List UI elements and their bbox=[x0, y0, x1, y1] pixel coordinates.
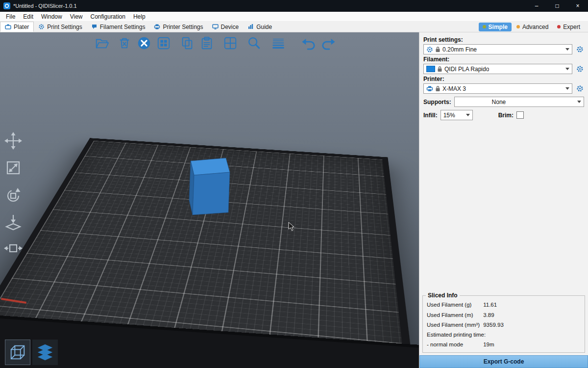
rotate-tool-button[interactable] bbox=[3, 184, 24, 205]
lock-icon bbox=[435, 46, 441, 53]
si-value: 19m bbox=[483, 342, 494, 347]
app-window: *Untitled - QIDISlicer-1.0.1 – □ × File … bbox=[0, 0, 588, 368]
split-icon bbox=[223, 36, 238, 51]
delete-all-icon bbox=[137, 36, 151, 51]
menu-edit[interactable]: Edit bbox=[19, 13, 37, 21]
guide-icon bbox=[247, 24, 254, 30]
sliced-preview-icon bbox=[36, 343, 54, 362]
close-button[interactable]: × bbox=[567, 0, 588, 12]
infill-combo[interactable]: 15% bbox=[441, 110, 473, 120]
printer-value: X-MAX 3 bbox=[442, 85, 466, 92]
copy-button[interactable] bbox=[178, 34, 196, 52]
mode-label: Expert bbox=[563, 24, 580, 30]
filament-icon bbox=[91, 24, 98, 30]
app-logo-icon bbox=[3, 2, 10, 9]
chevron-down-icon bbox=[577, 101, 581, 103]
paste-button[interactable] bbox=[198, 34, 216, 52]
place-on-face-tool-button[interactable] bbox=[3, 211, 24, 232]
menu-configuration[interactable]: Configuration bbox=[87, 13, 129, 21]
tab-device[interactable]: Device bbox=[208, 22, 244, 32]
mode-advanced[interactable]: Advanced bbox=[513, 23, 552, 31]
maximize-button[interactable]: □ bbox=[547, 0, 567, 12]
preview-view-button[interactable] bbox=[32, 340, 58, 365]
scale-tool-button[interactable] bbox=[3, 158, 24, 178]
search-button[interactable] bbox=[245, 34, 263, 52]
mode-simple[interactable]: Simple bbox=[479, 23, 512, 31]
sidebar: Print settings: 0.20mm Fine bbox=[419, 32, 588, 368]
supports-label: Supports: bbox=[423, 99, 451, 105]
redo-button[interactable] bbox=[319, 34, 337, 52]
print-settings-combo[interactable]: 0.20mm Fine bbox=[423, 44, 572, 54]
sliced-info-row: Used Filament (g) 11.61 bbox=[427, 300, 581, 310]
mode-expert[interactable]: Expert bbox=[553, 23, 584, 31]
printer-icon bbox=[426, 85, 433, 92]
scale-icon bbox=[3, 158, 23, 178]
tab-label: Print Settings bbox=[47, 24, 82, 30]
sliced-info-panel: Sliced Info Used Filament (g) 11.61 Used… bbox=[422, 295, 585, 353]
print-settings-value: 0.20mm Fine bbox=[442, 46, 477, 53]
tab-guide[interactable]: Guide bbox=[243, 22, 276, 32]
tab-printer-settings[interactable]: Printer Settings bbox=[149, 22, 207, 32]
menu-file[interactable]: File bbox=[2, 13, 19, 21]
arrange-button[interactable] bbox=[155, 34, 172, 52]
tab-filament-settings[interactable]: Filament Settings bbox=[87, 22, 150, 32]
chevron-down-icon bbox=[466, 114, 470, 116]
titlebar: *Untitled - QIDISlicer-1.0.1 – □ × bbox=[0, 0, 588, 12]
undo-button[interactable] bbox=[300, 34, 318, 52]
sliced-info-row: - normal mode 19m bbox=[427, 340, 581, 349]
mode-label: Simple bbox=[489, 24, 508, 30]
rotate-icon bbox=[3, 185, 23, 205]
si-label: Estimated printing time: bbox=[427, 330, 486, 340]
tab-print-settings[interactable]: Print Settings bbox=[34, 22, 86, 32]
infill-value: 15% bbox=[443, 112, 455, 119]
print-settings-gear-button[interactable] bbox=[575, 45, 584, 54]
measure-tool-button[interactable] bbox=[3, 238, 24, 259]
printer-combo[interactable]: X-MAX 3 bbox=[423, 83, 572, 94]
filament-label: Filament: bbox=[423, 56, 584, 63]
plater-icon bbox=[5, 24, 11, 30]
arrange-icon bbox=[156, 36, 171, 51]
tabbar: Plater Print Settings Filament Settings … bbox=[0, 22, 588, 32]
gear-icon bbox=[426, 46, 433, 53]
si-label: Used Filament (m) bbox=[427, 310, 482, 320]
filament-value: QIDI PLA Rapido bbox=[444, 66, 489, 73]
brim-checkbox[interactable] bbox=[516, 111, 524, 119]
3d-viewport[interactable] bbox=[0, 32, 419, 368]
delete-all-button[interactable] bbox=[135, 34, 153, 52]
sliced-info-title: Sliced Info bbox=[426, 292, 460, 299]
si-value: 9359.93 bbox=[483, 322, 504, 328]
menu-window[interactable]: Window bbox=[37, 13, 66, 21]
delete-button[interactable] bbox=[116, 34, 133, 52]
si-label: Used Filament (mm³) bbox=[427, 320, 482, 330]
menubar: File Edit Window View Configuration Help bbox=[0, 12, 588, 22]
export-gcode-button[interactable]: Export G-code bbox=[419, 355, 588, 368]
filament-combo[interactable]: QIDI PLA Rapido bbox=[423, 64, 572, 74]
chevron-down-icon bbox=[565, 48, 569, 51]
chevron-down-icon bbox=[565, 68, 569, 70]
simple-mode-dot bbox=[483, 25, 486, 28]
printer-icon bbox=[154, 24, 160, 30]
undo-icon bbox=[301, 36, 316, 51]
move-tool-button[interactable] bbox=[3, 131, 24, 151]
split-objects-button[interactable] bbox=[221, 34, 239, 52]
open-button[interactable] bbox=[93, 34, 111, 52]
infill-label: Infill: bbox=[423, 112, 438, 119]
menu-view[interactable]: View bbox=[66, 13, 87, 21]
window-title: *Untitled - QIDISlicer-1.0.1 bbox=[13, 3, 77, 9]
filament-gear-button[interactable] bbox=[575, 65, 584, 74]
gear-icon bbox=[576, 65, 584, 73]
menu-help[interactable]: Help bbox=[129, 13, 149, 21]
open-folder-icon bbox=[95, 36, 109, 51]
device-icon bbox=[212, 24, 219, 30]
printer-label: Printer: bbox=[423, 76, 584, 82]
minimize-button[interactable]: – bbox=[526, 0, 547, 12]
variable-layer-height-button[interactable] bbox=[270, 34, 287, 52]
model-cube[interactable] bbox=[0, 32, 419, 368]
search-icon bbox=[246, 36, 261, 51]
tab-label: Filament Settings bbox=[100, 24, 146, 30]
tab-plater[interactable]: Plater bbox=[0, 22, 34, 32]
3d-editor-icon bbox=[8, 343, 27, 362]
supports-combo[interactable]: None bbox=[454, 97, 584, 107]
printer-gear-button[interactable] bbox=[575, 84, 584, 93]
editor-view-button[interactable] bbox=[5, 340, 30, 365]
